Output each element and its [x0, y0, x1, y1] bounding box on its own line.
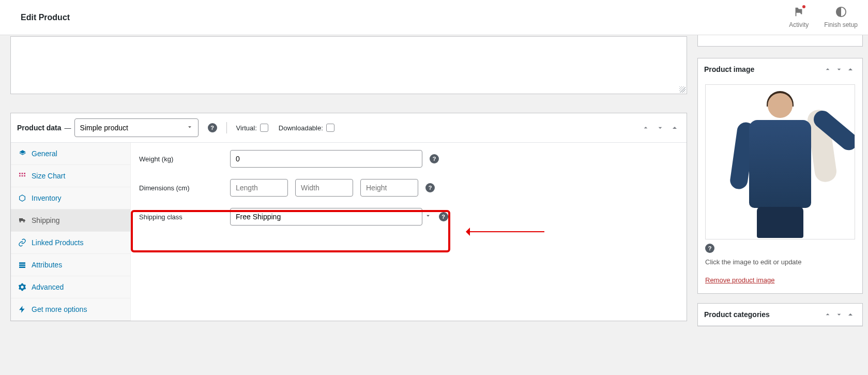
tab-label: Get more options: [32, 305, 87, 313]
tab-attributes[interactable]: Attributes: [11, 254, 130, 276]
tab-size-chart[interactable]: Size Chart: [11, 165, 130, 187]
virtual-toggle[interactable]: Virtual:: [236, 124, 268, 132]
tab-label: Shipping: [32, 216, 60, 224]
shipping-class-select[interactable]: Free Shipping: [230, 208, 422, 226]
page-title: Edit Product: [21, 13, 70, 22]
help-icon[interactable]: ?: [430, 154, 439, 163]
weight-input[interactable]: [230, 150, 422, 168]
resize-handle-icon[interactable]: [679, 86, 686, 93]
move-up-button[interactable]: [822, 64, 833, 75]
activity-label: Activity: [789, 21, 809, 28]
tab-inventory[interactable]: Inventory: [11, 187, 130, 209]
weight-label: Weight (kg): [139, 155, 230, 163]
annotation-arrow-icon: [462, 230, 544, 234]
remove-product-image-link[interactable]: Remove product image: [705, 276, 774, 284]
product-data-panel: Product data — Simple product ? Virtual:…: [10, 113, 687, 321]
description-editor[interactable]: [10, 36, 687, 94]
flag-icon: [793, 6, 804, 19]
dimensions-label: Dimensions (cm): [139, 184, 230, 192]
collapsed-meta-box[interactable]: [697, 35, 863, 47]
admin-top-bar: Edit Product Activity Finish setup: [0, 0, 868, 35]
product-categories-title: Product categories: [704, 310, 822, 319]
activity-button[interactable]: Activity: [789, 6, 809, 28]
help-icon[interactable]: ?: [439, 212, 448, 221]
downloadable-label: Downloadable:: [279, 124, 323, 132]
shipping-pane: Weight (kg) ? Dimensions (cm) ? Shipping…: [131, 143, 687, 321]
product-image-thumbnail[interactable]: [705, 84, 855, 239]
toggle-panel-button[interactable]: [845, 309, 856, 320]
image-edit-hint: Click the image to edit or update: [705, 258, 855, 266]
tab-label: General: [32, 149, 57, 158]
move-down-button[interactable]: [654, 122, 666, 133]
product-categories-panel: Product categories: [697, 303, 863, 326]
tab-label: Size Chart: [32, 172, 65, 180]
tab-linked-products[interactable]: Linked Products: [11, 232, 130, 254]
length-input[interactable]: [230, 179, 288, 197]
tab-label: Advanced: [32, 283, 64, 291]
product-image-panel: Product image: [697, 58, 863, 294]
product-data-tabs: General Size Chart Inventory Shipping: [11, 143, 131, 321]
move-down-button[interactable]: [833, 64, 845, 75]
tab-general[interactable]: General: [11, 143, 130, 165]
checkbox-icon: [260, 124, 268, 132]
tab-label: Linked Products: [32, 238, 83, 247]
tab-label: Inventory: [32, 194, 62, 202]
product-data-heading: Product data: [17, 124, 62, 132]
tab-shipping[interactable]: Shipping: [11, 209, 130, 232]
shipping-class-label: Shipping class: [139, 213, 230, 221]
move-up-button[interactable]: [822, 309, 833, 320]
width-input[interactable]: [295, 179, 353, 197]
downloadable-toggle[interactable]: Downloadable:: [279, 124, 334, 132]
chevron-down-icon: [424, 213, 432, 221]
height-input[interactable]: [360, 179, 418, 197]
checkbox-icon: [326, 124, 334, 132]
toggle-panel-button[interactable]: [669, 122, 680, 133]
move-down-button[interactable]: [833, 309, 845, 320]
move-up-button[interactable]: [640, 122, 651, 133]
product-image-title: Product image: [704, 65, 822, 73]
toggle-panel-button[interactable]: [845, 64, 856, 75]
virtual-label: Virtual:: [236, 124, 257, 132]
help-icon[interactable]: ?: [208, 123, 217, 132]
help-icon[interactable]: ?: [425, 183, 435, 192]
tab-get-more-options[interactable]: Get more options: [11, 298, 130, 321]
finish-setup-button[interactable]: Finish setup: [824, 6, 858, 28]
tab-label: Attributes: [32, 261, 62, 269]
help-icon[interactable]: ?: [705, 244, 714, 253]
tab-advanced[interactable]: Advanced: [11, 276, 130, 298]
separator: [226, 122, 227, 133]
product-type-select[interactable]: Simple product: [74, 118, 199, 137]
circle-half-icon: [835, 6, 847, 19]
finish-setup-label: Finish setup: [824, 21, 858, 28]
